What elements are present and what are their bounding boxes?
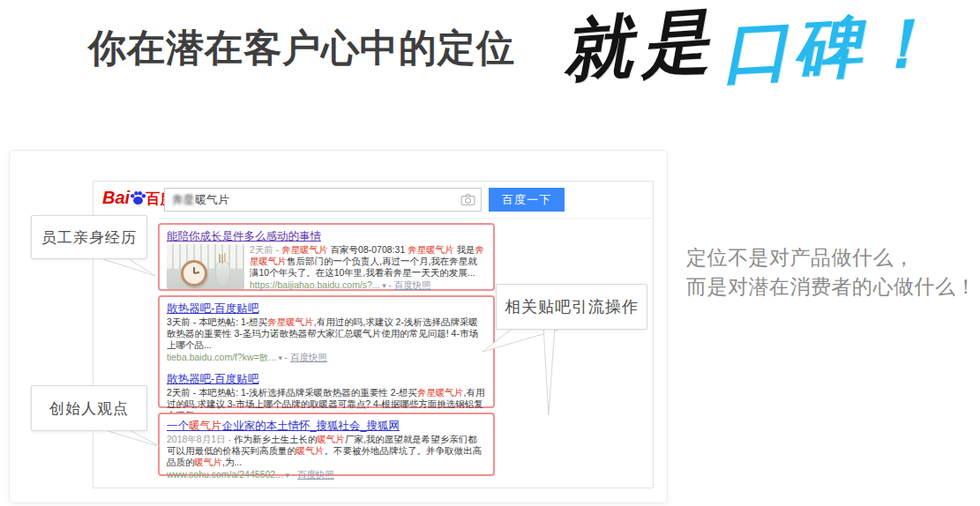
keyword-highlight: 奔星暖气片	[281, 244, 328, 255]
headline-calligraphy-accent: 口碑！	[719, 0, 940, 100]
search-result: 能陪你成长是件多么感动的事情2天前 - 奔星暖气片 百家号08-0708:31 …	[167, 227, 486, 292]
snippet-text: 能陪你成长是件多么感动的事情	[167, 230, 321, 242]
result-url: https://baijiahao.baidu.com/s?...	[250, 279, 380, 290]
result-title-link[interactable]: 能陪你成长是件多么感动的事情	[167, 229, 321, 243]
keyword-highlight: 暖气片	[296, 445, 325, 456]
baidu-logo-latin: Bai	[102, 189, 130, 206]
snippet-text: 企业家的本土情怀_搜狐社会_搜狐网	[222, 420, 400, 432]
result-title-link[interactable]: 一个暖气片企业家的本土情怀_搜狐社会_搜狐网	[167, 419, 400, 433]
snippet-text: 2天前 - 本吧热帖: 1-浅析选择品牌采暖散热器的重要性 2-想买	[167, 387, 417, 398]
result-url: tieba.baidu.com/f?kw=散...	[167, 352, 276, 362]
result-url: www.sohu.com/a/2445502...	[167, 469, 283, 480]
baidu-serp: Bai 百度 奔星暖气片 百度一	[93, 181, 654, 488]
annotation-red-box: 能陪你成长是件多么感动的事情2天前 - 奔星暖气片 百家号08-0708:31 …	[158, 223, 495, 291]
annotation-red-box: 一个暖气片企业家的本土情怀_搜狐社会_搜狐网2018年8月1日 - 作为新乡土生…	[158, 413, 495, 476]
snippet-text: 散热器吧-百度贴吧	[167, 373, 258, 385]
callout-tieba-traffic: 相关贴吧引流操作	[496, 284, 647, 330]
callout-label: 创始人观点	[49, 398, 129, 419]
result-body: 3天前 - 本吧热帖: 1-想买奔星暖气片,有用过的吗,求建议 2-浅析选择品牌…	[167, 316, 486, 364]
result-url-line: tieba.baidu.com/f?kw=散... ▾ - 百度快照	[167, 352, 486, 364]
infographic: 你在潜在客户心中的定位 就是 口碑！ Bai 百度 奔星暖气片	[0, 0, 980, 506]
result-text: 3天前 - 本吧热帖: 1-想买奔星暖气片,有用过的吗,求建议 2-浅析选择品牌…	[167, 316, 486, 364]
snippet-text: 我是	[454, 244, 475, 255]
headline-text: 你在潜在客户心中的定位	[88, 23, 515, 74]
result-text: 2018年8月1日 - 作为新乡土生土长的暖气片厂家,我的愿望就是希望乡亲们都可…	[167, 434, 486, 481]
result-title-link[interactable]: 散热器吧-百度贴吧	[167, 301, 258, 316]
quote-line-1: 定位不是对产品做什么，	[686, 243, 980, 272]
result-text: 2天前 - 奔星暖气片 百家号08-0708:31 奔星暖气片 我是奔星暖气片售…	[250, 244, 486, 292]
result-url-line: www.sohu.com/a/2445502... ▾ - 百度快照	[167, 469, 486, 481]
quote-line-2: 而是对潜在消费者的心做什么！	[686, 272, 980, 301]
result-thumbnail-image[interactable]	[167, 244, 244, 289]
search-query-blurred: 奔星	[172, 192, 195, 208]
snippet-text: 2天前 -	[250, 244, 281, 255]
snippet-text: ,为...	[222, 457, 242, 467]
keyword-highlight: 奔星暖气片	[408, 244, 454, 255]
camera-icon[interactable]	[460, 193, 475, 206]
callout-label: 相关贴吧引流操作	[505, 296, 639, 317]
snippet-text: 作为新乡土生土长的	[234, 434, 318, 444]
keyword-highlight: 暖气片	[317, 434, 345, 444]
dropdown-caret-icon[interactable]: ▾	[380, 281, 389, 290]
snippet-text: 2018年8月1日 -	[167, 434, 234, 444]
keyword-highlight: 奔星暖气片	[267, 316, 314, 327]
snippet-text: 散热器吧-百度贴吧	[167, 302, 258, 315]
keyword-highlight: 暖气片	[189, 420, 222, 432]
dropdown-caret-icon[interactable]: ▾	[276, 353, 285, 362]
snippet-text: 一个	[167, 420, 189, 432]
result-snippet: 2天前 - 奔星暖气片 百家号08-0708:31 奔星暖气片 我是奔星暖气片售…	[250, 244, 486, 279]
result-url-line: https://baijiahao.baidu.com/s?... ▾ - 百度…	[250, 279, 486, 292]
positioning-quote: 定位不是对产品做什么， 而是对潜在消费者的心做什么！	[686, 243, 980, 301]
result-snippet: 2018年8月1日 - 作为新乡土生土长的暖气片厂家,我的愿望就是希望乡亲们都可…	[167, 434, 486, 468]
result-body: 2018年8月1日 - 作为新乡土生土长的暖气片厂家,我的愿望就是希望乡亲们都可…	[167, 434, 486, 481]
callout-label: 员工亲身经历	[41, 227, 137, 248]
search-result: 一个暖气片企业家的本土情怀_搜狐社会_搜狐网2018年8月1日 - 作为新乡土生…	[167, 417, 486, 481]
callout-founder-view: 创始人观点	[31, 385, 147, 431]
header-divider	[159, 218, 653, 219]
keyword-highlight: 奔星暖气片	[417, 387, 464, 398]
baidu-snapshot-link[interactable]: 百度快照	[297, 469, 334, 480]
result-body: 2天前 - 奔星暖气片 百家号08-0708:31 奔星暖气片 我是奔星暖气片售…	[167, 244, 486, 292]
result-title-link[interactable]: 散热器吧-百度贴吧	[167, 372, 258, 386]
headline-calligraphy-black: 就是	[560, 0, 722, 98]
snippet-text: 百家号08-0708:31	[328, 244, 408, 255]
search-query: 暖气片	[195, 192, 229, 208]
annotation-red-box: 散热器吧-百度贴吧3天前 - 本吧热帖: 1-想买奔星暖气片,有用过的吗,求建议…	[158, 295, 495, 408]
result-snippet: 3天前 - 本吧热帖: 1-想买奔星暖气片,有用过的吗,求建议 2-浅析选择品牌…	[167, 316, 486, 351]
snippet-text: 3天前 - 本吧热帖: 1-想买	[167, 316, 267, 327]
baidu-snapshot-link[interactable]: 百度快照	[290, 352, 327, 362]
search-result: 散热器吧-百度贴吧3天前 - 本吧热帖: 1-想买奔星暖气片,有用过的吗,求建议…	[167, 300, 486, 364]
search-input[interactable]: 奔星暖气片	[164, 188, 482, 212]
baidu-snapshot-link[interactable]: 百度快照	[394, 279, 431, 290]
baidu-search-button[interactable]: 百度一下	[489, 188, 565, 212]
baidu-logo[interactable]: Bai 百度	[102, 189, 174, 206]
callout-employee-experience: 员工亲身经历	[31, 215, 147, 259]
keyword-highlight: 暖气片	[195, 457, 223, 467]
